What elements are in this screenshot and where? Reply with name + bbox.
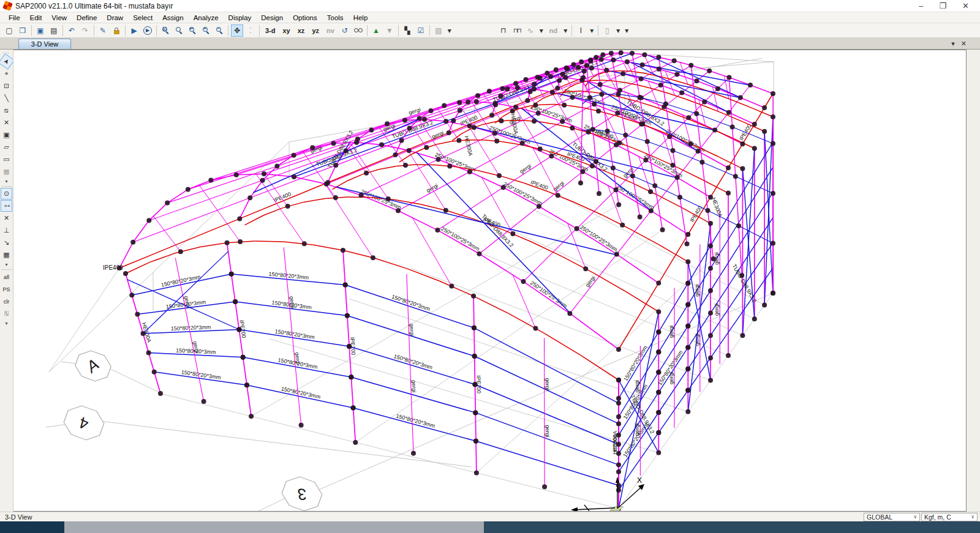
minimize-button[interactable]: –	[919, 1, 923, 10]
view-xz-button[interactable]: xz	[295, 24, 308, 37]
snap-tools-dropdown[interactable]: ▾	[1, 261, 12, 267]
frame-section-cursor-button[interactable]: I	[575, 24, 587, 37]
grid-bubble-3[interactable]: 3	[279, 473, 325, 511]
more-tools-dropdown[interactable]: ▾	[623, 24, 630, 37]
snap-to-perpendicular-tool[interactable]: ⊥	[1, 225, 12, 236]
member-label: gergi	[411, 380, 418, 392]
units-dropdown[interactable]: Kgf, m, C ∨	[921, 513, 978, 521]
zoom-out-button[interactable]: −	[213, 24, 225, 37]
draw-joint-tool[interactable]: ⊡	[1, 80, 12, 92]
close-button[interactable]: ✕	[962, 1, 969, 10]
grid-bubble-4[interactable]: 4	[61, 402, 107, 444]
draw-secondary-beams-tool[interactable]: ▣	[1, 129, 12, 141]
draw-frame-button[interactable]: ⊓	[497, 24, 510, 37]
deselect-line-button[interactable]: ⍂	[1, 308, 12, 319]
snap-to-midpoints-tool[interactable]: ∘∘	[1, 200, 12, 212]
rubber-band-zoom-button[interactable]: ◱	[159, 24, 172, 37]
menu-item-select[interactable]: Select	[128, 13, 157, 22]
save-button[interactable]: ▣	[34, 24, 47, 37]
assign-display-dropdown[interactable]: ▾	[446, 24, 453, 37]
member-label: 150*80*20*3mm	[391, 294, 431, 312]
member-label: gergi	[668, 326, 674, 338]
model-view-canvas[interactable]: gergigergigergigergigergigergigergigergi…	[13, 50, 967, 512]
new-model-button[interactable]: ▢	[3, 24, 15, 37]
restore-button[interactable]: ❐	[939, 1, 946, 10]
previous-zoom-button[interactable]: ↩	[186, 24, 198, 37]
snap-to-grid-tool[interactable]: ▦	[1, 249, 12, 261]
tab-3d-view-label: 3-D View	[31, 40, 58, 48]
draw-poly-area-tool[interactable]: ▱	[1, 141, 12, 153]
move-down-in-list-button[interactable]: ▼	[383, 24, 396, 37]
end-wall[interactable]: HE300AHE300AIPE200IPE200IPE200150*80*20*…	[126, 243, 619, 509]
zoom-in-button[interactable]: +	[200, 24, 212, 37]
draw-rect-area-tool[interactable]: ▭	[1, 154, 12, 165]
object-shrink-toggle-button[interactable]: ▚	[401, 24, 413, 37]
menu-item-draw[interactable]: Draw	[102, 13, 128, 22]
menu-item-analyze[interactable]: Analyze	[189, 13, 224, 22]
coordinate-system-value: GLOBAL	[867, 513, 892, 521]
menu-item-help[interactable]: Help	[349, 13, 373, 22]
draw-nd-button[interactable]: nd	[546, 24, 560, 37]
assign-display-button[interactable]: ▨	[432, 24, 445, 37]
menu-item-design[interactable]: Design	[256, 13, 288, 22]
member-label: 250*100*25*3mm	[440, 225, 480, 252]
draw-multi-frame-button[interactable]: ⊓⊓	[511, 24, 523, 37]
menu-item-options[interactable]: Options	[288, 13, 322, 22]
get-previous-selection-button[interactable]: PS	[1, 283, 12, 295]
frame-section-dropdown[interactable]: ▾	[588, 24, 595, 37]
pencil-edit-button[interactable]: ✎	[97, 24, 109, 37]
draw-quick-area-tool[interactable]: ▦	[1, 166, 12, 177]
node-shrink-button[interactable]: ⁚	[244, 24, 257, 37]
draw-tools-dropdown[interactable]: ▾	[1, 178, 12, 184]
snap-to-joints-tool[interactable]: ⊙	[1, 188, 12, 199]
select-all-button[interactable]: all	[1, 271, 12, 283]
set-display-options-button[interactable]: ☑	[415, 24, 427, 37]
rotate-3d-view-button[interactable]: ↺	[339, 24, 351, 37]
reshape-object-tool[interactable]: ⌖	[1, 68, 12, 80]
view-xy-button[interactable]: xy	[280, 24, 293, 37]
coordinate-system-dropdown[interactable]: GLOBAL ∨	[864, 513, 920, 521]
menu-item-tools[interactable]: Tools	[322, 13, 349, 22]
tab-3d-view[interactable]: 3-D View	[18, 39, 71, 49]
redo-button[interactable]: ↷	[79, 24, 91, 37]
perspective-toggle-button[interactable]	[352, 24, 364, 37]
lock-model-button[interactable]	[110, 24, 123, 37]
draw-nd-dropdown[interactable]: ▾	[562, 24, 569, 37]
magnifier-icon: ↩	[189, 27, 196, 34]
wall-section-dropdown[interactable]: ▾	[614, 24, 622, 37]
select-tools-dropdown[interactable]: ▾	[1, 320, 12, 326]
view-yz-button[interactable]: yz	[309, 24, 322, 37]
menu-item-assign[interactable]: Assign	[157, 13, 189, 22]
view-3d-button[interactable]: 3-d	[262, 24, 279, 37]
print-button[interactable]: ▤	[48, 24, 60, 37]
undo-button[interactable]: ↶	[66, 24, 78, 37]
clear-selection-button[interactable]: clr	[1, 296, 12, 307]
restore-full-view-button[interactable]	[173, 24, 185, 37]
run-options-button[interactable]: ▶	[141, 24, 154, 37]
draw-frame-tool[interactable]: ╲	[1, 92, 12, 104]
pan-button[interactable]: ✥	[231, 24, 243, 37]
move-up-in-list-button[interactable]: ▲	[370, 24, 382, 37]
wall-section-button[interactable]: ▯	[601, 24, 613, 37]
tab-close-icon[interactable]: ✕	[961, 40, 967, 48]
grid-bubble-a[interactable]: A	[72, 348, 113, 385]
menu-item-define[interactable]: Define	[72, 13, 102, 22]
menu-item-display[interactable]: Display	[224, 13, 257, 22]
snap-to-lines-tool[interactable]: ↘	[1, 237, 12, 248]
snap-to-intersections-tool[interactable]: ✕	[1, 212, 12, 224]
draw-link-dropdown[interactable]: ▾	[538, 24, 545, 37]
menu-item-view[interactable]: View	[47, 13, 72, 22]
tab-list-dropdown-icon[interactable]: ▾	[951, 40, 955, 48]
structural-model-3d-view[interactable]: gergigergigergigergigergigergigergigergi…	[13, 50, 965, 511]
view-nv-button[interactable]: nv	[323, 24, 337, 37]
units-value: Kgf, m, C	[924, 513, 951, 521]
draw-quick-frame-tool[interactable]: ⧅	[1, 105, 12, 116]
draw-link-button[interactable]: ∿	[524, 24, 537, 37]
member-label: gergi	[714, 304, 720, 316]
menu-item-file[interactable]: File	[4, 13, 25, 22]
menu-item-edit[interactable]: Edit	[25, 13, 47, 22]
draw-braces-tool[interactable]: ✕	[1, 117, 12, 129]
run-analysis-button[interactable]: ▶	[128, 24, 140, 37]
open-file-button[interactable]: ❒	[17, 24, 29, 37]
select-pointer-tool[interactable]: ➤	[0, 53, 15, 69]
